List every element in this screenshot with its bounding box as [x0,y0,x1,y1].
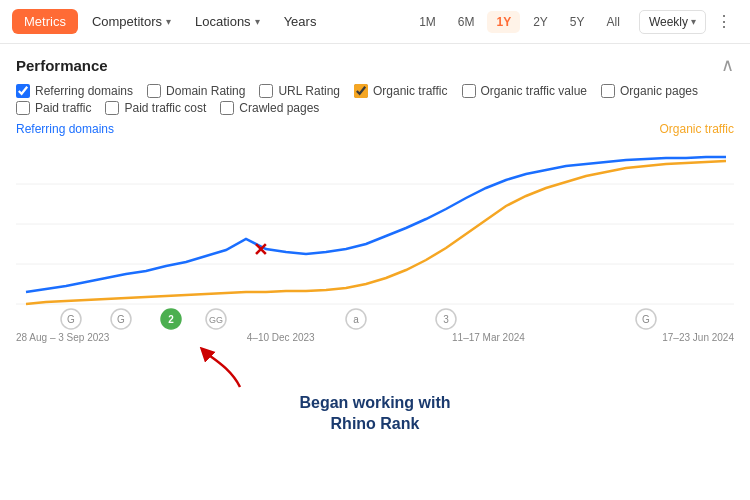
cb-referring-domains-label: Referring domains [35,84,133,98]
granularity-button[interactable]: Weekly ▾ [639,10,706,34]
time-all[interactable]: All [598,11,629,33]
tab-metrics[interactable]: Metrics [12,9,78,34]
time-2y[interactable]: 2Y [524,11,557,33]
performance-section: Performance ∧ Referring domains Domain R… [0,44,750,144]
competitors-chevron-icon: ▾ [166,16,171,27]
event-marker-gg1-label: GG [209,315,223,325]
chart-label-left: Referring domains [16,122,114,136]
annotation-text-container: Began working withRhino Rank [299,385,450,435]
cb-domain-rating-label: Domain Rating [166,84,245,98]
cb-organic-traffic-input[interactable] [354,84,368,98]
nav-right-controls: 1M 6M 1Y 2Y 5Y All Weekly ▾ ⋮ [410,8,738,36]
performance-title: Performance [16,57,108,74]
locations-chevron-icon: ▾ [255,16,260,27]
tab-locations-label: Locations [195,14,251,29]
chart-svg: ✕ G G 2 GG a 3 G [16,144,734,334]
cb-referring-domains[interactable]: Referring domains [16,84,133,98]
cb-url-rating[interactable]: URL Rating [259,84,340,98]
cb-paid-traffic-cost-label: Paid traffic cost [124,101,206,115]
cb-organic-pages[interactable]: Organic pages [601,84,698,98]
cb-crawled-pages-label: Crawled pages [239,101,319,115]
cb-organic-pages-label: Organic pages [620,84,698,98]
checkbox-row-2: Paid traffic Paid traffic cost Crawled p… [16,101,734,115]
time-5y[interactable]: 5Y [561,11,594,33]
event-marker-g3-label: G [642,314,650,325]
event-marker-a-label: a [353,314,359,325]
cb-organic-traffic-label: Organic traffic [373,84,447,98]
cb-organic-traffic-value-input[interactable] [462,84,476,98]
tab-years[interactable]: Years [274,9,327,34]
cb-organic-traffic-value[interactable]: Organic traffic value [462,84,588,98]
tab-locations[interactable]: Locations ▾ [185,9,270,34]
granularity-label: Weekly [649,15,688,29]
cb-domain-rating-input[interactable] [147,84,161,98]
chart-area: ✕ G G 2 GG a 3 G [0,144,750,334]
cb-crawled-pages-input[interactable] [220,101,234,115]
tab-competitors[interactable]: Competitors ▾ [82,9,181,34]
cb-paid-traffic-input[interactable] [16,101,30,115]
event-marker-green-label: 2 [168,314,174,325]
tab-years-label: Years [284,14,317,29]
event-marker-g1-label: G [67,314,75,325]
checkbox-row-1: Referring domains Domain Rating URL Rati… [16,84,734,98]
cb-referring-domains-input[interactable] [16,84,30,98]
chart-label-right: Organic traffic [660,122,734,136]
cb-paid-traffic-label: Paid traffic [35,101,91,115]
cb-domain-rating[interactable]: Domain Rating [147,84,245,98]
cb-url-rating-input[interactable] [259,84,273,98]
granularity-chevron-icon: ▾ [691,16,696,27]
nav-left-tabs: Metrics Competitors ▾ Locations ▾ Years [12,9,326,34]
cb-paid-traffic-cost[interactable]: Paid traffic cost [105,101,206,115]
annotation-area: Began working withRhino Rank [0,347,750,437]
time-6m[interactable]: 6M [449,11,484,33]
tab-competitors-label: Competitors [92,14,162,29]
event-marker-3-label: 3 [443,314,449,325]
cb-organic-traffic[interactable]: Organic traffic [354,84,447,98]
top-navigation: Metrics Competitors ▾ Locations ▾ Years … [0,0,750,44]
performance-header: Performance ∧ [16,56,734,74]
annotation-arrow-svg [190,347,270,392]
chart-labels: Referring domains Organic traffic [16,118,734,138]
cb-organic-pages-input[interactable] [601,84,615,98]
annotation-text: Began working withRhino Rank [299,393,450,435]
more-options-button[interactable]: ⋮ [710,8,738,36]
collapse-button[interactable]: ∧ [721,56,734,74]
cb-organic-traffic-value-label: Organic traffic value [481,84,588,98]
cb-crawled-pages[interactable]: Crawled pages [220,101,319,115]
cb-paid-traffic-cost-input[interactable] [105,101,119,115]
time-1y[interactable]: 1Y [487,11,520,33]
time-1m[interactable]: 1M [410,11,445,33]
event-marker-g2-label: G [117,314,125,325]
x-marker: ✕ [253,240,268,260]
organic-traffic-line [26,161,726,304]
cb-paid-traffic[interactable]: Paid traffic [16,101,91,115]
cb-url-rating-label: URL Rating [278,84,340,98]
